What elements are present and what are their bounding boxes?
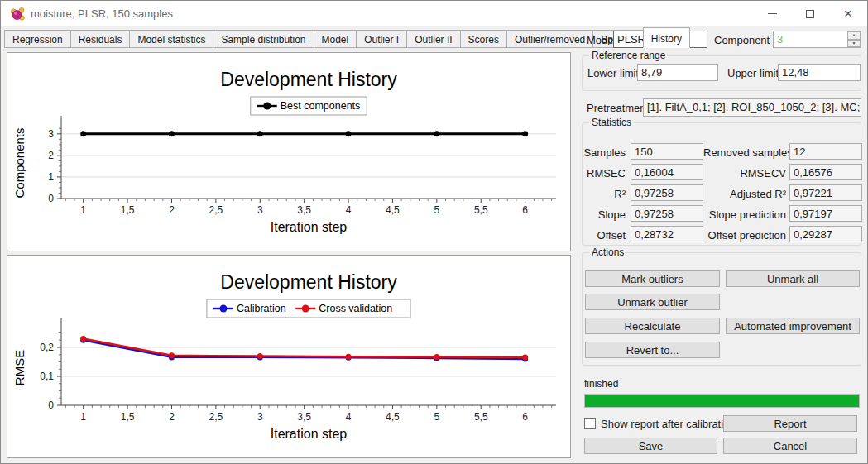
offset-label: Offset <box>583 229 626 242</box>
tab-model-statistics[interactable]: Model statistics <box>129 30 213 48</box>
svg-text:6: 6 <box>522 204 528 216</box>
show-report-label: Show report after calibration <box>601 418 736 430</box>
lower-limit-label: Lower limit <box>587 67 639 79</box>
svg-text:2,5: 2,5 <box>209 204 223 216</box>
slope-prediction-field[interactable]: 0,97197 <box>789 205 862 222</box>
save-button[interactable]: Save <box>584 438 717 454</box>
svg-text:Cross validation: Cross validation <box>319 303 392 314</box>
svg-text:2: 2 <box>169 411 175 423</box>
mark-outliers-button[interactable]: Mark outliers <box>585 270 720 287</box>
samples-field[interactable]: 150 <box>631 143 703 160</box>
svg-text:1: 1 <box>48 171 54 183</box>
svg-text:Calibration: Calibration <box>237 303 286 314</box>
window-title: moisture, PLSR, 150 samples <box>31 7 173 20</box>
svg-text:3: 3 <box>48 128 54 140</box>
unmark-all-button[interactable]: Unmark all <box>726 270 860 287</box>
svg-text:3: 3 <box>257 411 263 423</box>
upper-limit-field[interactable]: 12,48 <box>778 64 861 81</box>
rmsec-field[interactable]: 0,16004 <box>631 164 703 180</box>
tab-outlier-ii[interactable]: Outlier II <box>406 30 460 48</box>
svg-text:5,5: 5,5 <box>474 204 488 216</box>
automated-improvement-button[interactable]: Automated improvement <box>726 318 860 334</box>
svg-text:Best components: Best components <box>281 100 361 112</box>
svg-text:0: 0 <box>48 193 54 204</box>
offset-prediction-label: Offset prediction <box>703 229 786 242</box>
offset-prediction-field[interactable]: 0,29287 <box>789 226 862 242</box>
statistics-group: Statistics Samples 150 Removed samples 1… <box>582 122 861 246</box>
progress-fill <box>585 395 859 407</box>
chart-svg: Development History012311,522,533,544,55… <box>7 53 570 251</box>
side-panel: Model PLSR Component 3 ▲ ▼ Reference ran… <box>580 1 868 464</box>
reference-range-title: Reference range <box>589 50 668 61</box>
spinner-up-button[interactable]: ▲ <box>847 31 861 40</box>
component-value: 3 <box>777 33 783 45</box>
samples-label: Samples <box>583 146 626 159</box>
tab-regression[interactable]: Regression <box>4 30 71 48</box>
svg-text:3,5: 3,5 <box>297 411 311 423</box>
components-history-chart: Development History012311,522,533,544,55… <box>7 52 571 251</box>
svg-text:0: 0 <box>48 399 54 411</box>
svg-text:0,2: 0,2 <box>40 342 54 353</box>
tab-outlier-i[interactable]: Outlier I <box>356 30 407 48</box>
rmsecv-field[interactable]: 0,16576 <box>789 164 862 180</box>
cancel-button[interactable]: Cancel <box>723 438 857 454</box>
svg-text:3: 3 <box>257 204 263 216</box>
svg-text:2,5: 2,5 <box>209 411 223 423</box>
pretreatments-field[interactable]: [1]. FiltA_0,1; [2]. ROI_850_1050_2; [3]… <box>643 98 861 117</box>
svg-text:Components: Components <box>12 127 26 198</box>
app-window: moisture, PLSR, 150 samples ✕ Regression… <box>0 0 868 464</box>
recalculate-button[interactable]: Recalculate <box>585 318 720 334</box>
svg-text:1: 1 <box>80 411 86 423</box>
removed-samples-field[interactable]: 12 <box>789 143 862 160</box>
svg-text:4: 4 <box>346 411 352 423</box>
revert-to-button[interactable]: Revert to... <box>585 342 720 358</box>
slope-field[interactable]: 0,97258 <box>631 205 703 222</box>
removed-samples-label: Removed samples <box>703 146 786 159</box>
svg-text:2: 2 <box>48 150 54 161</box>
reference-range-group: Reference range Lower limit 8,79 Upper l… <box>582 55 861 91</box>
tab-history[interactable]: History <box>643 27 690 48</box>
svg-text:5,5: 5,5 <box>474 411 488 423</box>
svg-text:Iteration step: Iteration step <box>271 220 348 234</box>
statistics-title: Statistics <box>589 117 634 128</box>
spinner-down-button[interactable]: ▼ <box>847 40 861 48</box>
slope-prediction-label: Slope prediction <box>703 208 786 221</box>
report-button[interactable]: Report <box>723 415 857 432</box>
svg-text:5: 5 <box>434 204 439 216</box>
tab-sample-distribution[interactable]: Sample distribution <box>213 30 314 48</box>
actions-title: Actions <box>589 246 626 258</box>
tab-scores[interactable]: Scores <box>460 30 507 48</box>
rmse-history-chart: Development History00,10,211,522,533,544… <box>7 255 571 458</box>
svg-text:Development History: Development History <box>220 271 397 293</box>
model-label: Model <box>587 34 616 46</box>
svg-text:4,5: 4,5 <box>386 204 400 216</box>
svg-text:1: 1 <box>80 204 86 216</box>
svg-text:4,5: 4,5 <box>386 411 400 423</box>
molecule-app-icon <box>10 7 25 22</box>
slope-label: Slope <box>583 208 626 221</box>
svg-text:5: 5 <box>434 411 439 423</box>
chart-svg: Development History00,10,211,522,533,544… <box>7 256 570 457</box>
offset-field[interactable]: 0,28732 <box>631 226 703 242</box>
svg-text:RMSE: RMSE <box>12 350 26 385</box>
svg-text:2: 2 <box>169 204 175 216</box>
progress-bar <box>584 394 860 408</box>
rmsec-label: RMSEC <box>583 167 626 179</box>
tab-model[interactable]: Model <box>314 30 357 48</box>
rmsecv-label: RMSECV <box>703 167 786 179</box>
r2-label: R² <box>583 188 626 200</box>
component-label: Component <box>714 34 770 46</box>
svg-text:4: 4 <box>346 204 352 216</box>
component-stepper[interactable]: 3 ▲ ▼ <box>773 31 861 48</box>
svg-text:Development History: Development History <box>220 69 397 90</box>
lower-limit-field[interactable]: 8,79 <box>637 64 718 81</box>
unmark-outlier-button[interactable]: Unmark outlier <box>585 294 720 310</box>
r2-field[interactable]: 0,97258 <box>631 184 703 201</box>
show-report-checkbox[interactable] <box>584 418 596 429</box>
progress-status: finished <box>584 378 618 390</box>
svg-text:0,1: 0,1 <box>40 371 54 382</box>
svg-text:Iteration step: Iteration step <box>271 427 348 441</box>
adjusted-r2-field[interactable]: 0,97221 <box>789 184 862 201</box>
tab-residuals[interactable]: Residuals <box>70 30 131 48</box>
svg-text:1,5: 1,5 <box>121 204 135 216</box>
